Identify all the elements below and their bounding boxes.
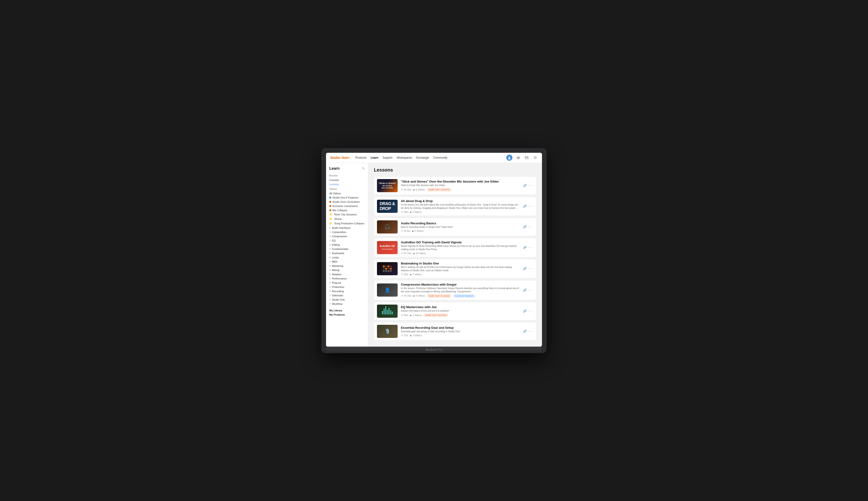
download-materials-button[interactable]: Download Materials	[453, 294, 475, 298]
chevron-right-audio[interactable]: ›	[532, 225, 533, 228]
nav-support[interactable]: Support	[383, 156, 392, 159]
sidebar-my-products[interactable]: My Products	[326, 312, 368, 317]
notification-icon[interactable]	[532, 155, 538, 160]
lesson-title-essential-recording[interactable]: Essential Recording Gear and Setup	[401, 326, 520, 329]
add-icon-audio[interactable]: +	[529, 225, 530, 228]
browse-label: Browse	[326, 173, 368, 178]
page-title: Lessons	[374, 167, 536, 173]
sidebar-item-livestreams[interactable]: Exclusive Livestreams	[326, 204, 368, 208]
svg-rect-4	[517, 158, 520, 159]
sidebar-tag-studio-one[interactable]: #Studio One	[326, 298, 368, 302]
svg-rect-5	[525, 157, 528, 159]
lesson-title-audio-recording[interactable]: Audio Recording Basics	[401, 222, 520, 225]
sidebar-item-mix-critiques[interactable]: Mix Critiques	[326, 208, 368, 212]
lesson-thumb-essential-recording[interactable]: 🎙️	[377, 325, 398, 338]
sidebar-my-library[interactable]: My Library	[326, 308, 368, 312]
lesson-title-eq[interactable]: EQ Masterclass with Joe	[401, 305, 520, 309]
chevron-right-audiobox[interactable]: ›	[532, 246, 533, 249]
sidebar-item-song-production[interactable]: 📁 Song Production Critiques	[326, 221, 368, 226]
nav-community[interactable]: Community	[433, 156, 447, 159]
lesson-card-drag-drop: DRAG &DROP All about Drag & Drop In this…	[374, 196, 536, 216]
lesson-thumb-beatmaking[interactable]	[377, 262, 398, 275]
sidebar-tag-mastering[interactable]: #Mastering	[326, 264, 368, 268]
sidebar-item-courses[interactable]: Courses	[326, 178, 368, 182]
sidebar-item-river-city[interactable]: 📁 River City Sessions	[326, 212, 368, 217]
refresh-icon[interactable]: ↻	[362, 167, 365, 170]
lesson-card-audio-recording: 🎧 Audio Recording Basics New to recordin…	[374, 218, 536, 236]
sidebar-tag-keyboards[interactable]: #Keyboards	[326, 251, 368, 255]
link-icon-audiobox[interactable]: 🔗	[523, 246, 527, 249]
chevron-right-beatmaking[interactable]: ›	[532, 267, 533, 270]
link-icon-drag-drop[interactable]: 🔗	[523, 204, 527, 208]
sidebar-tag-production[interactable]: #Production	[326, 285, 368, 289]
sidebar-tag-midi[interactable]: #MIDI	[326, 259, 368, 264]
lesson-title-audiobox[interactable]: AudioBox GO Training with David Vignola	[401, 241, 520, 244]
sidebar-tag-plugins[interactable]: #Plug-ins	[326, 281, 368, 285]
sidebar-item-exclusives[interactable]: Studio One+ Exclusives	[326, 200, 368, 204]
nav-workspaces[interactable]: Workspaces	[397, 156, 412, 159]
app-logo[interactable]: Studio One+	[330, 156, 350, 160]
lesson-thumb-eq[interactable]	[377, 305, 398, 318]
lesson-meta-eq: ⏱ 59m ▶ 3 Videos Studio One+ Exclusive	[401, 313, 520, 317]
add-icon-beatmaking[interactable]: +	[529, 267, 530, 270]
sidebar-tag-loops[interactable]: #Loops	[326, 255, 368, 259]
nav-learn[interactable]: Learn	[371, 156, 378, 159]
sidebar-item-shorts[interactable]: 📁 Shorts	[326, 217, 368, 221]
menu-icon[interactable]	[516, 155, 521, 160]
lesson-desc-drag-drop: In this lesson you will learn about the …	[401, 203, 520, 210]
add-icon-eq[interactable]: +	[529, 309, 530, 313]
sidebar-tag-sidechain[interactable]: #Sidechain	[326, 293, 368, 298]
lesson-thumb-audio-recording[interactable]: 🎧	[377, 220, 398, 234]
link-icon-eq[interactable]: 🔗	[523, 309, 527, 313]
sidebar-tag-recording[interactable]: #Recording	[326, 289, 368, 293]
lesson-title-compression[interactable]: Compression Masterclass with Gregor	[401, 283, 520, 286]
chevron-right-drag-drop[interactable]: ›	[532, 204, 533, 208]
sidebar-item-all-videos[interactable]: All Videos	[326, 191, 368, 195]
add-icon-drag-drop[interactable]: +	[529, 204, 530, 208]
link-icon-stick-stones[interactable]: 🔗	[523, 184, 527, 187]
sidebar-tag-mixing[interactable]: #Mixing	[326, 268, 368, 272]
badge-exclusive-compression: Studio One+ Exclusive	[427, 294, 451, 298]
link-icon-compression[interactable]: 🔗	[523, 288, 527, 292]
chevron-right-compression[interactable]: ›	[532, 288, 533, 292]
sidebar-item-studio-one-6[interactable]: Studio One 6 Features	[326, 195, 368, 200]
add-icon-stick-stones[interactable]: +	[529, 184, 530, 187]
link-icon-beatmaking[interactable]: 🔗	[523, 267, 527, 270]
sidebar-tag-performance[interactable]: #Performance	[326, 276, 368, 281]
chevron-right-eq[interactable]: ›	[532, 309, 533, 313]
sidebar-tag-editing[interactable]: #Editing	[326, 243, 368, 247]
svg-rect-3	[517, 158, 520, 158]
sidebar-tag-notation[interactable]: #Notation	[326, 272, 368, 276]
add-icon-audiobox[interactable]: +	[529, 246, 530, 249]
sidebar-item-lessons[interactable]: Lessons	[326, 182, 368, 186]
lesson-title-stick-stones[interactable]: "Stick and Stones" Over-the-Shoulder Mix…	[401, 180, 520, 183]
lesson-card-eq: EQ Masterclass with Joe Explore the basi…	[374, 302, 536, 320]
nav-exchange[interactable]: Exchange	[416, 156, 429, 159]
sidebar-tag-workflow[interactable]: #Workflow	[326, 302, 368, 306]
sidebar-tag-compression[interactable]: #Compression	[326, 234, 368, 238]
sidebar-tag-composition[interactable]: #Composition	[326, 230, 368, 234]
sidebar-tag-fundamentals[interactable]: #Fundamentals	[326, 247, 368, 251]
add-icon-essential[interactable]: +	[529, 329, 530, 333]
user-avatar[interactable]	[506, 154, 512, 161]
lesson-title-drag-drop[interactable]: All about Drag & Drop	[401, 199, 520, 203]
nav-products[interactable]: Products	[356, 156, 367, 159]
blue-dot	[329, 196, 331, 199]
lesson-thumb-stick-stones[interactable]: "Sticks & Stones" Mix Session with Joe G…	[377, 179, 398, 192]
sidebar-tag-audio-interfaces[interactable]: #Audio Interfaces	[326, 226, 368, 230]
chevron-right-stick-stones[interactable]: ›	[532, 184, 533, 187]
lesson-info-drag-drop: All about Drag & Drop In this lesson you…	[401, 199, 520, 213]
link-icon-essential[interactable]: 🔗	[523, 329, 527, 333]
lesson-card-stick-stones: "Sticks & Stones" Mix Session with Joe G…	[374, 177, 536, 195]
sidebar-tag-eq[interactable]: #EQ	[326, 238, 368, 243]
lesson-thumb-audiobox[interactable]: AudioBox GO Introduction	[377, 241, 398, 254]
chevron-right-essential[interactable]: ›	[532, 329, 533, 333]
link-icon-audio[interactable]: 🔗	[523, 225, 527, 228]
lesson-card-compression: 👤 Compression Masterclass with Gregor In…	[374, 280, 536, 300]
lesson-title-beatmaking[interactable]: Beatmaking in Studio One	[401, 262, 520, 265]
mail-icon[interactable]	[524, 155, 529, 160]
lesson-thumb-drag-drop[interactable]: DRAG &DROP	[377, 200, 398, 213]
lesson-actions-eq: 🔗 + ›	[523, 309, 533, 313]
lesson-thumb-compression[interactable]: 👤	[377, 284, 398, 297]
add-icon-compression[interactable]: +	[529, 288, 530, 292]
